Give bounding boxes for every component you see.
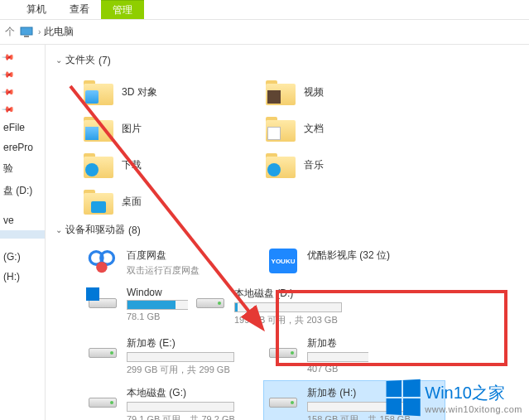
drive-sub: 199 GB 可用，共 203 GB bbox=[234, 314, 368, 326]
svg-rect-1 bbox=[24, 36, 29, 37]
folder-icon bbox=[84, 152, 113, 178]
this-pc-icon bbox=[20, 27, 33, 38]
drive-name: 本地磁盘 (G:) bbox=[127, 386, 261, 400]
tab-computer[interactable]: 算机 bbox=[15, 0, 58, 19]
sidebar-item-label: (H:) bbox=[3, 271, 20, 282]
section-drives-header[interactable]: ⌄ 设备和驱动器 (8) bbox=[55, 223, 529, 237]
hdd-icon bbox=[267, 386, 299, 411]
drive-name: 百度网盘 bbox=[127, 249, 261, 263]
folder-item[interactable]: 下载 bbox=[84, 147, 266, 183]
tab-view[interactable]: 查看 bbox=[58, 0, 101, 19]
breadcrumb-this-pc[interactable]: 此电脑 bbox=[44, 25, 74, 39]
folder-icon bbox=[84, 115, 113, 142]
folder-item[interactable]: 视频 bbox=[266, 74, 448, 110]
sidebar-item[interactable]: 📌 bbox=[0, 48, 45, 65]
drive-sub: 78.1 GB bbox=[127, 311, 188, 321]
drive-sub: 299 GB 可用，共 299 GB bbox=[127, 364, 261, 376]
drive-sub: 79.1 GB 可用，共 79.2 GB bbox=[127, 413, 261, 420]
drive-item[interactable]: 本地磁盘 (G:)79.1 GB 可用，共 79.2 GB bbox=[84, 381, 264, 420]
folder-label: 3D 对象 bbox=[122, 85, 157, 99]
folder-label: 文档 bbox=[304, 122, 324, 136]
folder-item[interactable]: 图片 bbox=[84, 110, 266, 147]
drive-info: 本地磁盘 (G:)79.1 GB 可用，共 79.2 GB bbox=[127, 386, 261, 420]
sidebar-item[interactable] bbox=[0, 202, 45, 210]
drive-progress bbox=[127, 402, 234, 412]
sidebar-item[interactable]: 📌 bbox=[0, 83, 45, 100]
hdd-icon bbox=[195, 287, 226, 311]
drive-item[interactable]: YOUKU优酷影视库 (32 位) bbox=[264, 244, 445, 282]
sidebar: 📌📌📌📌eFileerePro验盘 (D:)ve(G:)(H:) bbox=[0, 45, 46, 420]
baidu-icon bbox=[87, 249, 118, 273]
breadcrumb[interactable]: › 此电脑 bbox=[38, 25, 74, 39]
drive-info: 新加卷407 GB bbox=[307, 336, 368, 374]
folder-icon bbox=[266, 115, 296, 142]
section-folders-title: 文件夹 bbox=[65, 53, 95, 67]
sidebar-item-label: 盘 (D:) bbox=[3, 184, 32, 198]
folder-icon bbox=[266, 152, 296, 178]
folder-icon bbox=[84, 79, 113, 105]
drive-item[interactable]: Window78.1 GB bbox=[84, 282, 191, 331]
folder-label: 音乐 bbox=[304, 158, 324, 172]
drive-name: Window bbox=[127, 287, 188, 298]
section-drives-title: 设备和驱动器 bbox=[65, 223, 125, 237]
folder-label: 图片 bbox=[122, 122, 142, 136]
drive-item[interactable]: 本地磁盘 (D:)199 GB 可用，共 203 GB bbox=[191, 282, 372, 331]
win-icon bbox=[87, 287, 118, 311]
folder-item[interactable]: 音乐 bbox=[266, 147, 448, 183]
sidebar-item[interactable]: (H:) bbox=[0, 267, 45, 287]
sidebar-item[interactable]: eFile bbox=[0, 118, 45, 138]
folder-item[interactable]: 桌面 bbox=[84, 183, 266, 220]
sidebar-item-label: 验 bbox=[3, 162, 13, 176]
hdd-icon bbox=[267, 336, 299, 361]
address-bar: 个 › 此电脑 bbox=[0, 20, 529, 45]
drive-info: 新加卷 (E:)299 GB 可用，共 299 GB bbox=[127, 336, 261, 376]
drive-name: 新加卷 bbox=[307, 336, 368, 350]
folders-grid: 3D 对象视频图片文档下载音乐桌面 bbox=[84, 74, 529, 220]
drive-name: 新加卷 (E:) bbox=[127, 336, 261, 350]
nav-up-text[interactable]: 个 bbox=[5, 25, 15, 39]
watermark-title: Win10之家 bbox=[425, 382, 505, 404]
sidebar-item[interactable]: ve bbox=[0, 210, 45, 230]
pin-icon: 📌 bbox=[2, 50, 15, 63]
drive-progress bbox=[234, 302, 342, 312]
chevron-down-icon: ⌄ bbox=[55, 225, 62, 234]
section-drives-count: (8) bbox=[128, 224, 141, 236]
drive-info: 本地磁盘 (D:)199 GB 可用，共 203 GB bbox=[234, 287, 368, 326]
chevron-down-icon: ⌄ bbox=[55, 56, 62, 65]
pin-icon: 📌 bbox=[2, 67, 15, 80]
sidebar-item[interactable]: 📌 bbox=[0, 100, 45, 118]
folder-item[interactable]: 文档 bbox=[266, 110, 448, 147]
main-pane: ⌄ 文件夹 (7) 3D 对象视频图片文档下载音乐桌面 ⌄ 设备和驱动器 (8)… bbox=[46, 45, 529, 420]
drive-name: 优酷影视库 (32 位) bbox=[307, 249, 441, 263]
youku-icon: YOUKU bbox=[267, 249, 299, 273]
drive-item[interactable]: 新加卷 (E:)299 GB 可用，共 299 GB bbox=[84, 331, 264, 381]
svg-point-4 bbox=[96, 262, 107, 273]
sidebar-item[interactable]: (G:) bbox=[0, 247, 45, 267]
tab-manage[interactable]: 管理 bbox=[101, 0, 144, 19]
windows-logo-icon bbox=[387, 379, 421, 416]
pin-icon: 📌 bbox=[2, 102, 15, 115]
sidebar-item[interactable] bbox=[0, 239, 45, 247]
sidebar-item-label: (G:) bbox=[3, 251, 21, 263]
sidebar-item[interactable]: erePro bbox=[0, 138, 45, 157]
watermark-site: www.win10xitong.com bbox=[425, 404, 522, 414]
folder-label: 桌面 bbox=[122, 195, 142, 209]
sidebar-item[interactable]: 📌 bbox=[0, 65, 45, 83]
section-folders-header[interactable]: ⌄ 文件夹 (7) bbox=[55, 53, 529, 67]
folder-icon bbox=[266, 79, 296, 105]
drive-item[interactable]: 新加卷407 GB bbox=[264, 331, 372, 381]
drive-info: 优酷影视库 (32 位) bbox=[307, 249, 441, 264]
sidebar-item-label: eFile bbox=[3, 122, 25, 133]
hdd-icon bbox=[87, 336, 118, 361]
pin-icon: 📌 bbox=[2, 84, 15, 98]
sidebar-item[interactable]: 盘 (D:) bbox=[0, 180, 45, 202]
sidebar-item-label: erePro bbox=[3, 142, 33, 153]
sidebar-item[interactable] bbox=[0, 230, 45, 239]
folder-icon bbox=[84, 188, 113, 215]
drive-progress bbox=[127, 352, 234, 362]
drive-item[interactable]: 百度网盘双击运行百度网盘 bbox=[84, 244, 264, 282]
folder-item[interactable]: 3D 对象 bbox=[84, 74, 266, 110]
hdd-icon bbox=[87, 386, 118, 411]
sidebar-item[interactable]: 验 bbox=[0, 157, 45, 180]
drive-info: 百度网盘双击运行百度网盘 bbox=[127, 249, 261, 277]
